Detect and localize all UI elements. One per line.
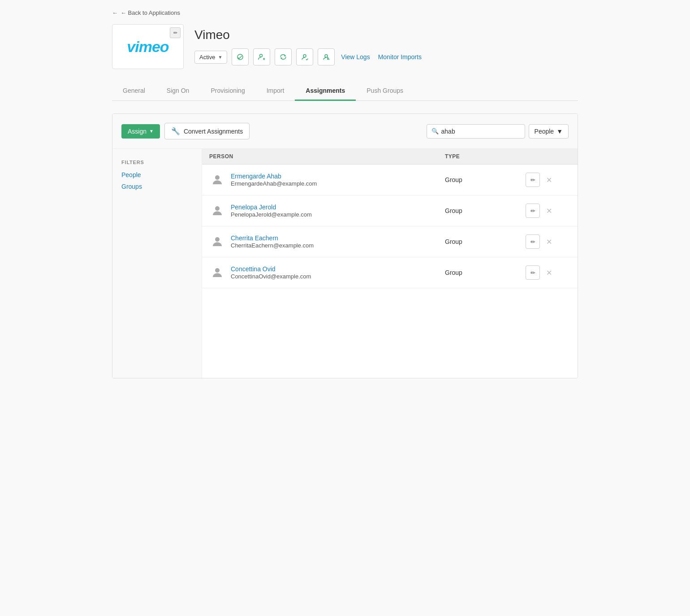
person-email: ConcettinaOvid@example.com xyxy=(231,273,311,280)
status-dropdown[interactable]: Active ▼ xyxy=(194,51,227,64)
svg-point-5 xyxy=(215,237,220,242)
person-name[interactable]: Concettina Ovid xyxy=(231,265,311,273)
remove-button[interactable]: ✕ xyxy=(543,174,554,185)
toolbar-right: 🔍 People ▼ xyxy=(427,124,569,139)
remove-button[interactable]: ✕ xyxy=(543,267,554,278)
actions-cell: ✏ ✕ xyxy=(526,204,570,218)
person-email: PenelopaJerold@example.com xyxy=(231,211,312,218)
edit-button[interactable]: ✏ xyxy=(526,204,540,218)
person-cell: Concettina Ovid ConcettinaOvid@example.c… xyxy=(209,265,445,281)
column-header-type: Type xyxy=(445,153,526,160)
convert-label: Convert Assignments xyxy=(184,128,243,135)
column-header-actions xyxy=(526,153,570,160)
person-cell: Penelopa Jerold PenelopaJerold@example.c… xyxy=(209,203,445,219)
person-email: CherritaEachern@example.com xyxy=(231,242,314,249)
app-name: Vimeo xyxy=(194,28,423,42)
table-row: Cherrita Eachern CherritaEachern@example… xyxy=(202,226,578,257)
status-label: Active xyxy=(199,54,215,61)
vimeo-logo: vimeo xyxy=(127,38,168,56)
edit-logo-button[interactable]: ✏ xyxy=(170,27,181,38)
tab-assignments[interactable]: Assignments xyxy=(295,82,356,101)
edit-button[interactable]: ✏ xyxy=(526,173,540,187)
person-name[interactable]: Penelopa Jerold xyxy=(231,204,312,211)
type-cell: Group xyxy=(445,238,526,245)
actions-cell: ✏ ✕ xyxy=(526,173,570,187)
type-cell: Group xyxy=(445,176,526,183)
remove-button[interactable]: ✕ xyxy=(543,236,554,247)
filters-panel: FILTERS People Groups xyxy=(112,149,202,378)
person-info: Concettina Ovid ConcettinaOvid@example.c… xyxy=(231,265,311,280)
person-avatar-icon xyxy=(209,234,225,250)
app-title-area: Vimeo Active ▼ xyxy=(194,28,423,65)
table-row: Concettina Ovid ConcettinaOvid@example.c… xyxy=(202,257,578,288)
chevron-down-icon: ▼ xyxy=(218,55,222,60)
import-icon-button[interactable] xyxy=(296,48,313,65)
person-info: Ermengarde Ahab ErmengardeAhab@example.c… xyxy=(231,173,317,187)
remove-button[interactable]: ✕ xyxy=(543,205,554,216)
filter-people-link[interactable]: People xyxy=(121,171,193,178)
svg-point-0 xyxy=(260,54,263,57)
table-row: Ermengarde Ahab ErmengardeAhab@example.c… xyxy=(202,165,578,195)
actions-cell: ✏ ✕ xyxy=(526,234,570,249)
svg-point-4 xyxy=(215,206,220,211)
assign-label: Assign xyxy=(128,128,147,135)
app-header: ✏ vimeo Vimeo Active ▼ xyxy=(112,24,578,69)
person-cell: Ermengarde Ahab ErmengardeAhab@example.c… xyxy=(209,172,445,188)
search-input[interactable] xyxy=(441,128,520,135)
column-header-person: Person xyxy=(209,153,445,160)
convert-assignments-button[interactable]: 🔧 Convert Assignments xyxy=(164,123,250,139)
type-cell: Group xyxy=(445,269,526,276)
person-avatar-icon xyxy=(209,265,225,281)
svg-point-2 xyxy=(325,55,328,57)
person-name[interactable]: Ermengarde Ahab xyxy=(231,173,317,180)
person-name[interactable]: Cherrita Eachern xyxy=(231,234,314,242)
person-cell: Cherrita Eachern CherritaEachern@example… xyxy=(209,234,445,250)
person-info: Penelopa Jerold PenelopaJerold@example.c… xyxy=(231,204,312,218)
tab-general[interactable]: General xyxy=(112,82,156,101)
person-info: Cherrita Eachern CherritaEachern@example… xyxy=(231,234,314,249)
filter-groups-link[interactable]: Groups xyxy=(121,183,193,190)
search-icon: 🔍 xyxy=(431,128,439,134)
svg-point-6 xyxy=(215,268,220,273)
table-row: Penelopa Jerold PenelopaJerold@example.c… xyxy=(202,195,578,226)
monitor-imports-link[interactable]: Monitor Imports xyxy=(376,53,423,61)
actions-cell: ✏ ✕ xyxy=(526,265,570,280)
refresh-icon-button[interactable] xyxy=(275,48,292,65)
assign-button[interactable]: Assign ▼ xyxy=(121,124,160,139)
handshake-icon-button[interactable] xyxy=(232,48,249,65)
person-avatar-icon xyxy=(209,172,225,188)
back-link-label: ← Back to Applications xyxy=(121,9,180,16)
back-to-applications-link[interactable]: ← ← Back to Applications xyxy=(112,9,180,16)
view-logs-link[interactable]: View Logs xyxy=(339,53,371,61)
empty-area xyxy=(202,288,578,378)
table-header: Person Type xyxy=(202,149,578,165)
people-filter-dropdown[interactable]: People ▼ xyxy=(529,124,569,139)
content-area: Assign ▼ 🔧 Convert Assignments 🔍 People … xyxy=(112,113,578,378)
people-filter-label: People xyxy=(535,128,554,135)
tab-import[interactable]: Import xyxy=(256,82,295,101)
assignments-table: Person Type Ermengarde xyxy=(202,149,578,378)
person-email: ErmengardeAhab@example.com xyxy=(231,180,317,187)
tab-provisioning[interactable]: Provisioning xyxy=(200,82,255,101)
wrench-icon: 🔧 xyxy=(171,127,180,135)
back-arrow-icon: ← xyxy=(112,9,118,16)
person-avatar-icon xyxy=(209,203,225,219)
filters-label: FILTERS xyxy=(121,160,193,165)
edit-button[interactable]: ✏ xyxy=(526,265,540,280)
people-chevron-icon: ▼ xyxy=(556,128,563,135)
edit-button[interactable]: ✏ xyxy=(526,234,540,249)
svg-point-3 xyxy=(215,175,220,180)
tab-push-groups[interactable]: Push Groups xyxy=(356,82,414,101)
nav-tabs: General Sign On Provisioning Import Assi… xyxy=(112,82,578,101)
app-logo-box: ✏ vimeo xyxy=(112,24,184,69)
export-icon-button[interactable] xyxy=(318,48,335,65)
app-actions: Active ▼ xyxy=(194,48,423,65)
filters-table-layout: FILTERS People Groups Person Type xyxy=(112,149,578,378)
svg-point-1 xyxy=(303,55,306,57)
type-cell: Group xyxy=(445,207,526,214)
search-box: 🔍 xyxy=(427,124,525,139)
assign-chevron-icon: ▼ xyxy=(149,129,154,134)
toolbar: Assign ▼ 🔧 Convert Assignments 🔍 People … xyxy=(112,114,578,149)
tab-sign-on[interactable]: Sign On xyxy=(156,82,200,101)
person-add-icon-button[interactable] xyxy=(253,48,270,65)
